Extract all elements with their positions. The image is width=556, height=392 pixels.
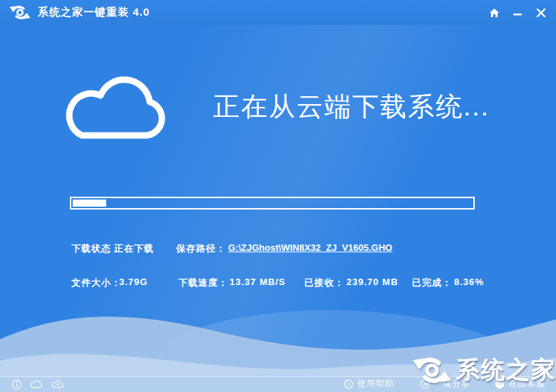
cloud-icon <box>48 61 177 147</box>
svg-text:?: ? <box>346 381 350 387</box>
titlebar-buttons <box>488 6 547 19</box>
download-status-value: 正在下载 <box>114 242 154 255</box>
speed-value: 13.37 MB/S <box>230 277 286 287</box>
info-icon[interactable] <box>11 379 22 390</box>
chat-icon <box>495 379 505 389</box>
file-size-value: 3.79G <box>119 277 148 287</box>
help-label: 使用帮助 <box>357 378 394 390</box>
received-value: 239.70 MB <box>346 277 398 287</box>
share-icon <box>420 379 430 389</box>
save-path-label: 保存路径： <box>176 242 226 255</box>
received-label: 已接收： <box>304 277 344 289</box>
support-button[interactable]: 在线客服 <box>495 378 545 390</box>
home-icon[interactable] <box>488 6 500 19</box>
minimize-icon[interactable] <box>511 6 524 19</box>
speed-label: 下载速度： <box>178 277 228 289</box>
cloud-icon[interactable] <box>29 379 43 389</box>
app-window: 系统之家一键重装 4.0 正在从云端下载系统... 下载状态： 正在下载 保存路… <box>0 0 556 392</box>
completed-label: 已完成： <box>412 277 452 289</box>
support-label: 在线客服 <box>508 378 545 390</box>
completed-value: 8.36% <box>454 277 484 287</box>
cloud-flash-icon[interactable] <box>51 379 65 389</box>
titlebar: 系统之家一键重装 4.0 <box>0 0 556 25</box>
help-icon: ? <box>344 379 354 389</box>
download-progress-bar <box>70 197 475 210</box>
footer-left-icons <box>11 378 65 391</box>
save-path-link[interactable]: G:\ZJGhost\WIN8X32_ZJ_V1605.GHO <box>228 242 392 253</box>
window-title: 系统之家一键重装 4.0 <box>38 6 150 19</box>
share-button[interactable]: 一键分享 <box>420 378 470 390</box>
file-size-label: 文件大小： <box>71 277 121 289</box>
help-button[interactable]: ? 使用帮助 <box>344 378 394 390</box>
share-label: 一键分享 <box>433 378 470 390</box>
download-heading: 正在从云端下载系统... <box>213 89 490 125</box>
footer-bar <box>0 376 556 392</box>
close-icon[interactable] <box>535 6 547 19</box>
progress-fill <box>73 200 106 207</box>
app-logo-icon <box>9 4 31 21</box>
